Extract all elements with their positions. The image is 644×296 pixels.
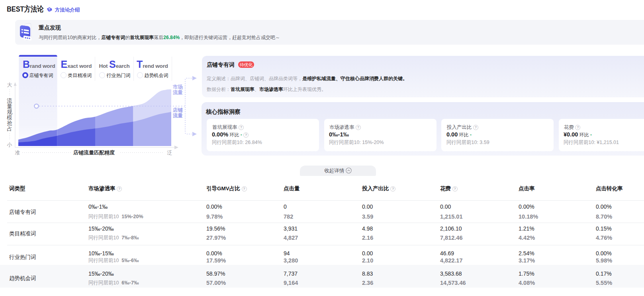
svg-text:小: 小 [7, 142, 12, 148]
svg-text:店铺: 店铺 [172, 107, 183, 113]
svg-text:店铺流量匹配精度: 店铺流量匹配精度 [73, 150, 115, 156]
svg-text:量: 量 [7, 103, 12, 109]
svg-text:流量: 流量 [172, 90, 183, 95]
svg-text:占: 占 [7, 126, 12, 132]
svg-text:模: 模 [6, 114, 12, 120]
svg-text:大: 大 [7, 82, 12, 88]
svg-text:抢: 抢 [7, 120, 12, 126]
svg-text:泛: 泛 [167, 150, 172, 156]
svg-text:准: 准 [15, 150, 20, 156]
svg-text:流: 流 [7, 98, 12, 104]
svg-text:市场: 市场 [172, 84, 183, 90]
svg-text:流量: 流量 [172, 113, 183, 118]
svg-text:规: 规 [7, 109, 12, 115]
